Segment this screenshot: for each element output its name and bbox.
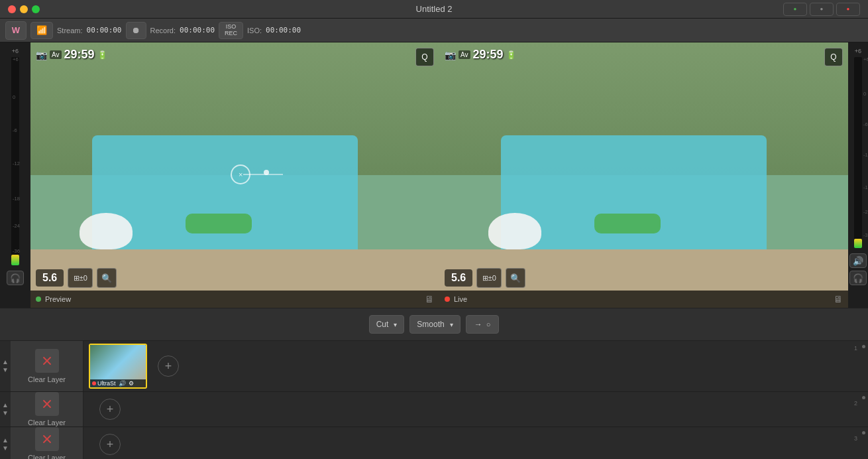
layer-3-number: 3 xyxy=(854,435,857,442)
layer-3-dot xyxy=(862,431,865,434)
monitor-icon-left[interactable]: 🖥 xyxy=(425,294,434,304)
record-label: Record: xyxy=(150,27,176,34)
cut-select[interactable]: Cut xyxy=(369,315,405,334)
layer-row-3: ▲ ▼ Clear Layer + 3 xyxy=(0,427,868,459)
layer-2-clear-icon xyxy=(35,392,59,416)
layer-2-controls: ▲ ▼ xyxy=(0,392,11,426)
quality-btn-left[interactable]: Q xyxy=(415,48,434,66)
layer-3-add-button[interactable]: + xyxy=(99,434,121,455)
win-btn-red[interactable] xyxy=(836,3,860,16)
headphone-icon-right[interactable]: 🎧 xyxy=(849,271,867,285)
win-btn-gray[interactable] xyxy=(810,3,834,16)
arrow-icon: → xyxy=(474,320,482,329)
x-mark-icon-1 xyxy=(40,354,54,367)
layer-1-content: UltraSt 🔊 ⚙ + xyxy=(83,341,868,391)
stream-button[interactable]: 📶 xyxy=(30,22,53,39)
preview-panel-left: × 📷 Av 29:59 🔋 Q 5.6 ⊞±0 🔍 xyxy=(30,42,439,308)
layer-2-up-arrow[interactable]: ▲ xyxy=(2,402,9,409)
layer-1-down-arrow[interactable]: ▼ xyxy=(2,367,9,373)
exposure-btn-left[interactable]: ⊞±0 xyxy=(68,268,93,288)
layer-2-content: + xyxy=(83,392,868,426)
battery-icon-right: 🔋 xyxy=(506,50,516,60)
layer-3-clear-button[interactable]: Clear Layer xyxy=(11,427,83,459)
quality-btn-right[interactable]: Q xyxy=(824,48,843,66)
fstop-left: 5.6 xyxy=(36,269,64,287)
av-label: Av xyxy=(50,50,62,59)
layer-1-number: 1 xyxy=(854,345,857,352)
av-label-right: Av xyxy=(459,50,470,59)
traffic-lights xyxy=(8,5,40,13)
iso-button[interactable]: ISOREC xyxy=(219,22,243,39)
search-btn-left[interactable]: 🔍 xyxy=(97,268,117,288)
main-area: +6 +6 0 -6 -12 -18 -24 -36 🎧 xyxy=(0,42,868,459)
vu-right-top-label: +6 xyxy=(855,48,861,54)
shot-thumb-1[interactable]: UltraSt 🔊 ⚙ xyxy=(89,344,147,389)
record-icon: ⏺ xyxy=(132,25,140,35)
search-icon-right: 🔍 xyxy=(510,273,521,283)
panel-label-preview: Preview xyxy=(45,295,71,303)
layer-1-clear-label: Clear Layer xyxy=(28,375,66,383)
panel-label-bar-right: Live 🖥 xyxy=(439,291,848,308)
headphone-icon-left[interactable]: 🎧 xyxy=(7,271,24,285)
layer-2-clear-label: Clear Layer xyxy=(28,419,66,426)
layer-2-clear-button[interactable]: Clear Layer xyxy=(11,392,83,426)
stream-time: 00:00:00 xyxy=(87,26,122,34)
close-button[interactable] xyxy=(8,5,16,13)
status-dot-right xyxy=(445,296,450,302)
search-btn-right[interactable]: 🔍 xyxy=(506,268,525,288)
layer-1-up-arrow[interactable]: ▲ xyxy=(2,359,9,365)
layer-2-add-button[interactable]: + xyxy=(99,399,121,420)
q-icon-left: Q xyxy=(421,52,427,62)
overlay-bottom-left: 5.6 ⊞±0 🔍 xyxy=(36,268,117,288)
shot-label-1: UltraSt 🔊 ⚙ xyxy=(90,379,146,387)
shot-rec-dot-1 xyxy=(92,381,96,385)
layer-row-2: ▲ ▼ Clear Layer + 2 xyxy=(0,392,868,427)
layer-2-number: 2 xyxy=(854,400,857,407)
go-button[interactable]: → ○ xyxy=(466,315,500,334)
fstop-right: 5.6 xyxy=(445,269,472,287)
layer-3-controls: ▲ ▼ xyxy=(0,427,11,459)
search-icon-left: 🔍 xyxy=(101,273,112,283)
x-mark-icon-3 xyxy=(40,432,54,446)
smooth-select[interactable]: Smooth xyxy=(409,315,460,334)
minimize-button[interactable] xyxy=(20,5,28,13)
panel-label-bar-left: Preview 🖥 xyxy=(30,291,439,308)
layer-1-add-button[interactable]: + xyxy=(158,356,179,377)
win-btn-green[interactable] xyxy=(783,3,807,16)
camera-icon-right: 📷 xyxy=(445,50,456,60)
shot-audio-icon: 🔊 xyxy=(119,380,126,387)
layer-row-1: ▲ ▼ Clear Layer UltraSt 🔊 xyxy=(0,341,868,392)
layer-1-clear-icon xyxy=(35,349,59,373)
exposure-icon-right: ⊞±0 xyxy=(482,274,496,283)
toolbar: W 📶 Stream: 00:00:00 ⏺ Record: 00:00:00 … xyxy=(0,19,868,42)
layer-3-clear-label: Clear Layer xyxy=(28,454,66,459)
battery-icon-left: 🔋 xyxy=(97,50,107,60)
layer-3-up-arrow[interactable]: ▲ xyxy=(2,437,9,444)
vu-left-top-label: +6 xyxy=(12,48,19,54)
record-time: 00:00:00 xyxy=(180,26,215,34)
status-dot-left xyxy=(36,296,41,302)
layer-1-controls: ▲ ▼ xyxy=(0,341,11,391)
crop-line xyxy=(243,174,283,175)
preview-area: +6 +6 0 -6 -12 -18 -24 -36 🎧 xyxy=(0,42,868,308)
layer-1-clear-button[interactable]: Clear Layer xyxy=(11,341,83,391)
maximize-button[interactable] xyxy=(32,5,40,13)
record-button[interactable]: ⏺ xyxy=(126,22,146,39)
layer-2-down-arrow[interactable]: ▼ xyxy=(2,410,9,417)
iso-time: 00:00:00 xyxy=(266,26,301,34)
exposure-icon-left: ⊞±0 xyxy=(74,274,87,283)
shot-settings-icon[interactable]: ⚙ xyxy=(129,380,134,387)
window-controls xyxy=(783,3,860,16)
exposure-btn-right[interactable]: ⊞±0 xyxy=(476,268,502,288)
overlay-top-left-right: 📷 Av 29:59 🔋 xyxy=(445,48,516,62)
cut-label: Cut xyxy=(376,320,389,329)
stream-label: Stream: xyxy=(57,27,83,34)
monitor-icon-right[interactable]: 🖥 xyxy=(834,294,843,304)
camera-icon: 📷 xyxy=(36,50,47,60)
layers-area: ▲ ▼ Clear Layer UltraSt 🔊 xyxy=(0,341,868,459)
vu-meter-right: +6 +6 0 -6 -12 -18 -24 -36 🔊 🎧 xyxy=(848,42,868,288)
speaker-icon-right[interactable]: 🔊 xyxy=(849,253,867,268)
iso-label: ISO: xyxy=(247,27,262,34)
layer-3-down-arrow[interactable]: ▼ xyxy=(2,445,9,452)
window-title: Untitled 2 xyxy=(416,4,453,14)
